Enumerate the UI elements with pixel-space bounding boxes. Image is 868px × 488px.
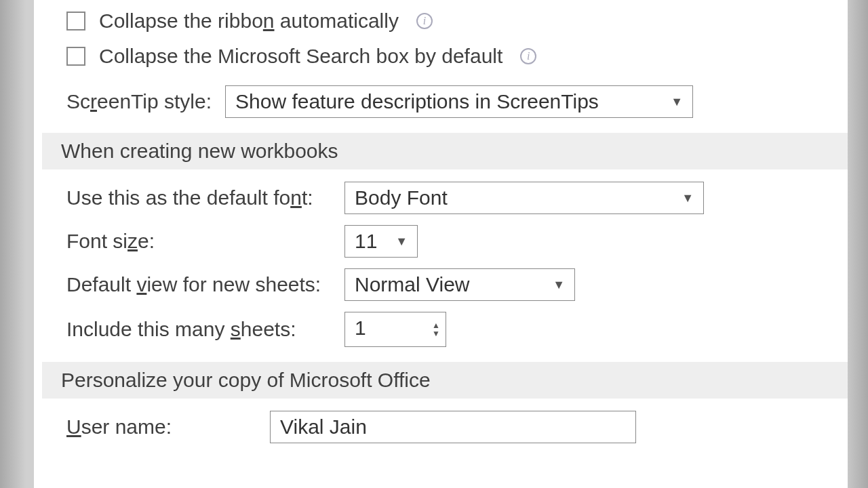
- screentip-dropdown[interactable]: Show feature descriptions in ScreenTips …: [225, 85, 693, 118]
- info-icon[interactable]: i: [520, 48, 536, 64]
- chevron-down-icon[interactable]: ▼: [432, 330, 440, 337]
- default-view-row: Default view for new sheets: Normal View…: [34, 266, 848, 304]
- collapse-ribbon-checkbox[interactable]: [66, 12, 85, 30]
- user-name-row: User name: Vikal Jain: [34, 408, 848, 446]
- chevron-down-icon: ▼: [395, 235, 408, 249]
- font-size-value: 11: [355, 230, 377, 253]
- chevron-up-icon[interactable]: ▲: [432, 322, 440, 329]
- default-view-dropdown[interactable]: Normal View ▼: [344, 268, 575, 301]
- default-font-value: Body Font: [355, 186, 448, 209]
- default-font-dropdown[interactable]: Body Font ▼: [344, 182, 704, 214]
- user-name-input[interactable]: Vikal Jain: [270, 411, 636, 443]
- chevron-down-icon: ▼: [682, 191, 694, 205]
- screentip-label: ScreenTip style:: [66, 90, 212, 113]
- spinner-arrows[interactable]: ▲ ▼: [427, 312, 446, 346]
- section-header-personalize: Personalize your copy of Microsoft Offic…: [42, 362, 848, 399]
- collapse-ribbon-label: Collapse the ribbon automatically: [99, 9, 399, 33]
- user-name-value: Vikal Jain: [280, 415, 367, 438]
- chevron-down-icon: ▼: [671, 95, 683, 109]
- sheets-count-label: Include this many sheets:: [66, 318, 331, 341]
- collapse-ribbon-row: Collapse the ribbon automatically i: [34, 7, 848, 35]
- default-view-label: Default view for new sheets:: [66, 273, 331, 296]
- font-size-row: Font size: 11 ▼: [34, 222, 848, 260]
- sheets-count-row: Include this many sheets: 1 ▲ ▼: [34, 309, 848, 350]
- screentip-row: ScreenTip style: Show feature descriptio…: [34, 83, 848, 121]
- collapse-search-label: Collapse the Microsoft Search box by def…: [99, 45, 502, 68]
- options-dialog: Collapse the ribbon automatically i Coll…: [34, 0, 848, 488]
- screentip-value: Show feature descriptions in ScreenTips: [235, 90, 599, 113]
- default-font-row: Use this as the default font: Body Font …: [34, 179, 848, 217]
- user-name-label: User name:: [66, 415, 256, 439]
- default-font-label: Use this as the default font:: [66, 186, 331, 209]
- sheets-count-value: 1: [345, 312, 427, 346]
- default-view-value: Normal View: [355, 273, 470, 296]
- collapse-search-checkbox[interactable]: [66, 47, 85, 66]
- font-size-label: Font size:: [66, 230, 331, 253]
- info-icon[interactable]: i: [416, 13, 433, 29]
- section-header-workbooks: When creating new workbooks: [42, 133, 848, 169]
- collapse-search-row: Collapse the Microsoft Search box by def…: [34, 42, 848, 70]
- font-size-dropdown[interactable]: 11 ▼: [344, 225, 418, 258]
- chevron-down-icon: ▼: [553, 278, 565, 292]
- sheets-count-spinner[interactable]: 1 ▲ ▼: [344, 312, 446, 347]
